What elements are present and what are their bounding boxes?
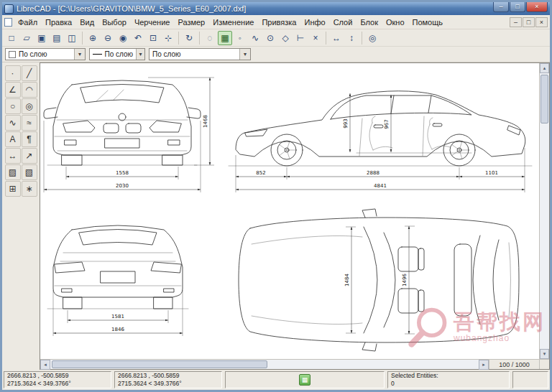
snap-endpoint-icon[interactable]: ◦ bbox=[233, 31, 247, 45]
menu-file[interactable]: Файл bbox=[14, 17, 41, 28]
draw-spline-icon[interactable]: ∿ bbox=[5, 115, 21, 131]
zoom-out-icon[interactable]: ⊖ bbox=[101, 31, 115, 45]
draw-freehand-icon[interactable]: ≈ bbox=[22, 115, 37, 131]
top-rear-window-base-arc bbox=[493, 240, 499, 320]
menu-modify[interactable]: Изменение bbox=[209, 17, 257, 28]
top-rear-window-top-arc bbox=[473, 235, 480, 325]
minimize-button[interactable]: – bbox=[493, 2, 509, 12]
menu-window[interactable]: Окно bbox=[382, 17, 408, 28]
snap-distance-icon[interactable]: ⊢ bbox=[293, 31, 308, 45]
menu-view[interactable]: Вид bbox=[76, 17, 98, 28]
drawing-area[interactable]: 1558 2030 1468 bbox=[40, 63, 539, 359]
toolbar-separator bbox=[326, 32, 326, 45]
menu-block[interactable]: Блок bbox=[356, 17, 382, 28]
snap-middle-icon[interactable]: ◇ bbox=[278, 31, 293, 45]
absolute-coordinates: 2666.8213 , -500.5859 2715.3624 < 349.37… bbox=[4, 371, 111, 388]
grid-toggle-button[interactable]: ▦ bbox=[299, 374, 310, 386]
top-windshield-top-arc bbox=[384, 233, 395, 327]
draw-point-icon[interactable]: ∙ bbox=[5, 65, 21, 81]
scroll-down-icon[interactable]: ▾ bbox=[540, 349, 549, 359]
draw-arc-icon[interactable]: ◠ bbox=[22, 82, 37, 98]
draw-line-icon[interactable]: ╱ bbox=[22, 65, 37, 81]
menu-draw[interactable]: Черчение bbox=[131, 17, 174, 28]
vertical-scroll-thumb[interactable] bbox=[540, 75, 548, 123]
print-preview-icon[interactable]: ◫ bbox=[65, 31, 79, 45]
mdi-restore-button[interactable]: □ bbox=[523, 17, 535, 27]
snap-free-icon[interactable]: ◌ bbox=[203, 31, 217, 45]
snap-on-entity-icon[interactable]: ∿ bbox=[248, 31, 262, 45]
color-sample-icon bbox=[9, 51, 16, 58]
zoom-previous-icon[interactable]: ↶ bbox=[131, 31, 145, 45]
restrict-horizontal-icon[interactable]: ↔ bbox=[329, 31, 344, 45]
menu-dimension[interactable]: Размер bbox=[174, 17, 208, 28]
open-file-icon[interactable]: ▱ bbox=[19, 31, 34, 45]
front-width-extension-lines bbox=[44, 121, 201, 192]
menu-snap[interactable]: Привязка bbox=[258, 17, 300, 28]
zoom-pan-icon[interactable]: ⊹ bbox=[161, 31, 175, 45]
front-headlight-right bbox=[150, 121, 181, 132]
top-seat-driver-backrest bbox=[418, 248, 424, 270]
selected-entities-field: Selected Entities: 0 bbox=[387, 371, 510, 388]
selected-entities-label: Selected Entities: bbox=[391, 372, 506, 380]
side-dimensions: 993 967 852 2888 1101 4841 bbox=[236, 93, 525, 192]
top-mirror-upper bbox=[362, 209, 377, 218]
horizontal-scroll-thumb[interactable] bbox=[52, 360, 267, 368]
print-icon[interactable]: ▤ bbox=[50, 31, 64, 45]
redraw-icon[interactable]: ↻ bbox=[182, 31, 196, 45]
front-view[interactable] bbox=[44, 80, 201, 165]
zoom-in-icon[interactable]: ⊕ bbox=[86, 31, 100, 45]
draw-hatch-icon[interactable]: ▨ bbox=[5, 164, 21, 180]
toolbar-separator bbox=[199, 32, 200, 45]
save-file-icon[interactable]: ▣ bbox=[34, 31, 49, 45]
menu-layer[interactable]: Слой bbox=[330, 17, 356, 28]
pen-color-select[interactable]: По слою ▾ bbox=[5, 48, 86, 60]
snap-intersection-icon[interactable]: × bbox=[308, 31, 323, 45]
absolute-coordinates-polar: 2715.3624 < 349.3766° bbox=[7, 380, 108, 388]
menu-info[interactable]: Инфо bbox=[300, 17, 328, 28]
scroll-up-icon[interactable]: ▴ bbox=[540, 63, 549, 73]
top-view[interactable] bbox=[239, 209, 519, 351]
mdi-close-button[interactable]: × bbox=[535, 17, 548, 27]
scroll-left-icon[interactable]: ◂ bbox=[40, 360, 50, 370]
chevron-down-icon[interactable]: ▾ bbox=[136, 49, 144, 60]
scroll-right-icon[interactable]: ▸ bbox=[479, 360, 489, 370]
mdi-minimize-button[interactable]: – bbox=[510, 17, 522, 27]
window-controls: – □ × bbox=[492, 2, 548, 12]
menu-select[interactable]: Выбор bbox=[98, 17, 130, 28]
drawing-canvas[interactable]: 1558 2030 1468 bbox=[40, 63, 539, 359]
restrict-vertical-icon[interactable]: ↕ bbox=[344, 31, 359, 45]
dim-leader-icon[interactable]: ↗ bbox=[22, 148, 37, 164]
rear-view[interactable] bbox=[47, 225, 188, 309]
draw-mtext-icon[interactable]: ¶ bbox=[22, 131, 37, 147]
side-view[interactable] bbox=[229, 91, 532, 166]
horizontal-scrollbar[interactable] bbox=[50, 360, 479, 369]
pen-width-select[interactable]: По слою ▾ bbox=[89, 48, 145, 60]
snap-grid-icon[interactable]: ▦ bbox=[218, 31, 232, 45]
front-bmw-roundel bbox=[119, 113, 126, 121]
zoom-window-icon[interactable]: ⊡ bbox=[146, 31, 160, 45]
pen-linetype-select[interactable]: По слою ▾ bbox=[149, 48, 251, 60]
new-file-icon[interactable]: □ bbox=[4, 31, 19, 45]
explode-icon[interactable]: ∗ bbox=[22, 181, 37, 197]
set-relative-zero-icon[interactable]: ◎ bbox=[365, 31, 380, 45]
vertical-scrollbar[interactable]: ▴ ▾ bbox=[539, 63, 549, 359]
menu-help[interactable]: Помощь bbox=[409, 17, 447, 28]
top-dimensions: 1484 1496 bbox=[344, 226, 415, 334]
chevron-down-icon[interactable]: ▾ bbox=[74, 49, 85, 60]
draw-circle-icon[interactable]: ○ bbox=[5, 98, 21, 114]
mdi-document-icon[interactable] bbox=[4, 18, 12, 27]
maximize-button[interactable]: □ bbox=[510, 2, 525, 12]
close-button[interactable]: × bbox=[526, 2, 548, 12]
title-bar[interactable]: LibreCAD - [C:\Users\GRAVITON\BMW_5_Seri… bbox=[2, 2, 550, 15]
dim-linear-icon[interactable]: ↔ bbox=[5, 148, 21, 164]
insert-image-icon[interactable]: ▧ bbox=[22, 164, 37, 180]
chevron-down-icon[interactable]: ▾ bbox=[239, 49, 250, 60]
draw-polyline-icon[interactable]: ∠ bbox=[5, 82, 21, 98]
zoom-auto-icon[interactable]: ◉ bbox=[116, 31, 130, 45]
insert-block-icon[interactable]: ⊞ bbox=[5, 181, 21, 197]
snap-center-icon[interactable]: ⊙ bbox=[263, 31, 277, 45]
top-body-outline bbox=[239, 218, 519, 342]
draw-text-icon[interactable]: A bbox=[5, 131, 21, 147]
menu-edit[interactable]: Правка bbox=[42, 17, 75, 28]
draw-ellipse-icon[interactable]: ◎ bbox=[22, 98, 37, 114]
